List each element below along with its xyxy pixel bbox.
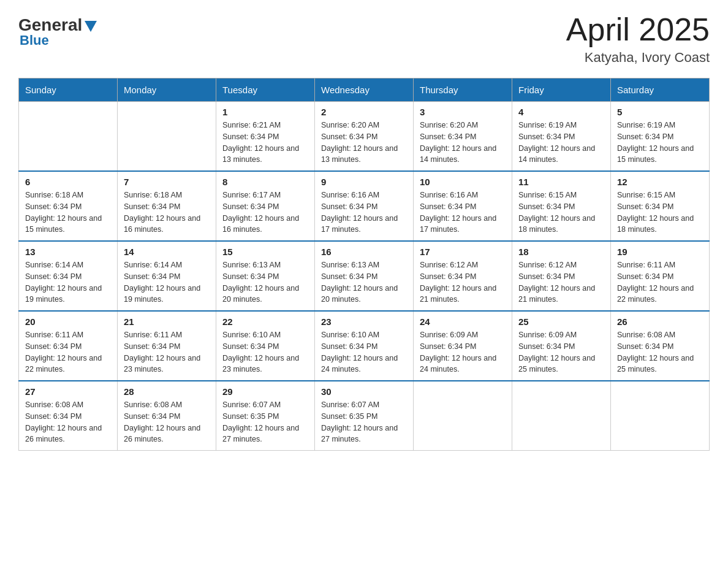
- sunset-text: Sunset: 6:34 PM: [518, 131, 604, 143]
- day-info: Sunrise: 6:13 AMSunset: 6:34 PMDaylight:…: [321, 259, 407, 305]
- calendar-cell: 10Sunrise: 6:16 AMSunset: 6:34 PMDayligh…: [414, 171, 512, 241]
- daylight-text: Daylight: 12 hours and 17 minutes.: [321, 213, 407, 236]
- sunrise-text: Sunrise: 6:19 AM: [617, 120, 703, 131]
- daylight-text: Daylight: 12 hours and 17 minutes.: [420, 213, 506, 236]
- day-number: 6: [25, 177, 111, 187]
- sunrise-text: Sunrise: 6:09 AM: [518, 329, 604, 341]
- sunset-text: Sunset: 6:34 PM: [518, 201, 604, 213]
- sunrise-text: Sunrise: 6:16 AM: [321, 190, 407, 201]
- daylight-text: Daylight: 12 hours and 25 minutes.: [518, 353, 604, 376]
- day-number: 1: [222, 107, 308, 117]
- calendar-cell: 9Sunrise: 6:16 AMSunset: 6:34 PMDaylight…: [315, 171, 414, 241]
- sunrise-text: Sunrise: 6:15 AM: [617, 190, 703, 201]
- daylight-text: Daylight: 12 hours and 18 minutes.: [617, 213, 703, 236]
- sunrise-text: Sunrise: 6:11 AM: [124, 329, 210, 341]
- calendar-cell: 14Sunrise: 6:14 AMSunset: 6:34 PMDayligh…: [118, 241, 216, 311]
- calendar-cell: 27Sunrise: 6:08 AMSunset: 6:34 PMDayligh…: [19, 381, 118, 451]
- day-number: 3: [420, 107, 506, 117]
- sunrise-text: Sunrise: 6:14 AM: [124, 259, 210, 271]
- calendar-cell: 2Sunrise: 6:20 AMSunset: 6:34 PMDaylight…: [315, 102, 414, 172]
- day-info: Sunrise: 6:11 AMSunset: 6:34 PMDaylight:…: [124, 329, 210, 375]
- day-info: Sunrise: 6:10 AMSunset: 6:34 PMDaylight:…: [222, 329, 308, 375]
- sunrise-text: Sunrise: 6:15 AM: [518, 190, 604, 201]
- sunrise-text: Sunrise: 6:07 AM: [222, 399, 308, 411]
- daylight-text: Daylight: 12 hours and 20 minutes.: [321, 283, 407, 306]
- calendar-header-row: SundayMondayTuesdayWednesdayThursdayFrid…: [19, 79, 710, 102]
- calendar-cell: 16Sunrise: 6:13 AMSunset: 6:34 PMDayligh…: [315, 241, 414, 311]
- day-info: Sunrise: 6:10 AMSunset: 6:34 PMDaylight:…: [321, 329, 407, 375]
- sunrise-text: Sunrise: 6:21 AM: [222, 120, 308, 131]
- calendar-cell: [19, 102, 118, 172]
- sunset-text: Sunset: 6:34 PM: [420, 341, 506, 353]
- sunset-text: Sunset: 6:34 PM: [518, 341, 604, 353]
- daylight-text: Daylight: 12 hours and 22 minutes.: [25, 353, 111, 376]
- calendar-table: SundayMondayTuesdayWednesdayThursdayFrid…: [18, 78, 710, 451]
- day-number: 24: [420, 316, 506, 327]
- sunset-text: Sunset: 6:34 PM: [518, 271, 604, 283]
- calendar-cell: 26Sunrise: 6:08 AMSunset: 6:34 PMDayligh…: [611, 311, 710, 381]
- calendar-cell: 12Sunrise: 6:15 AMSunset: 6:34 PMDayligh…: [611, 171, 710, 241]
- day-number: 14: [124, 247, 210, 257]
- daylight-text: Daylight: 12 hours and 14 minutes.: [420, 143, 506, 166]
- day-info: Sunrise: 6:07 AMSunset: 6:35 PMDaylight:…: [222, 399, 308, 445]
- day-header-friday: Friday: [512, 79, 611, 102]
- calendar-cell: 19Sunrise: 6:11 AMSunset: 6:34 PMDayligh…: [611, 241, 710, 311]
- sunrise-text: Sunrise: 6:18 AM: [124, 190, 210, 201]
- day-info: Sunrise: 6:08 AMSunset: 6:34 PMDaylight:…: [25, 399, 111, 445]
- daylight-text: Daylight: 12 hours and 24 minutes.: [420, 353, 506, 376]
- day-number: 2: [321, 107, 407, 117]
- calendar-cell: 15Sunrise: 6:13 AMSunset: 6:34 PMDayligh…: [216, 241, 315, 311]
- day-number: 7: [124, 177, 210, 187]
- sunrise-text: Sunrise: 6:12 AM: [518, 259, 604, 271]
- sunrise-text: Sunrise: 6:11 AM: [25, 329, 111, 341]
- sunset-text: Sunset: 6:34 PM: [617, 201, 703, 213]
- day-number: 26: [617, 316, 703, 327]
- sunrise-text: Sunrise: 6:14 AM: [25, 259, 111, 271]
- day-header-wednesday: Wednesday: [315, 79, 414, 102]
- calendar-cell: 30Sunrise: 6:07 AMSunset: 6:35 PMDayligh…: [315, 381, 414, 451]
- calendar-week-row: 27Sunrise: 6:08 AMSunset: 6:34 PMDayligh…: [19, 381, 710, 451]
- daylight-text: Daylight: 12 hours and 26 minutes.: [25, 423, 111, 446]
- day-info: Sunrise: 6:14 AMSunset: 6:34 PMDaylight:…: [25, 259, 111, 305]
- calendar-cell: 24Sunrise: 6:09 AMSunset: 6:34 PMDayligh…: [414, 311, 512, 381]
- calendar-cell: 8Sunrise: 6:17 AMSunset: 6:34 PMDaylight…: [216, 171, 315, 241]
- sunrise-text: Sunrise: 6:13 AM: [222, 259, 308, 271]
- sunset-text: Sunset: 6:34 PM: [321, 201, 407, 213]
- day-info: Sunrise: 6:21 AMSunset: 6:34 PMDaylight:…: [222, 120, 308, 166]
- day-number: 12: [617, 177, 703, 187]
- calendar-week-row: 13Sunrise: 6:14 AMSunset: 6:34 PMDayligh…: [19, 241, 710, 311]
- day-number: 25: [518, 316, 604, 327]
- day-info: Sunrise: 6:12 AMSunset: 6:34 PMDaylight:…: [420, 259, 506, 305]
- sunrise-text: Sunrise: 6:19 AM: [518, 120, 604, 131]
- day-info: Sunrise: 6:11 AMSunset: 6:34 PMDaylight:…: [617, 259, 703, 305]
- sunset-text: Sunset: 6:34 PM: [25, 341, 111, 353]
- day-number: 27: [25, 386, 111, 397]
- day-number: 23: [321, 316, 407, 327]
- daylight-text: Daylight: 12 hours and 16 minutes.: [124, 213, 210, 236]
- sunrise-text: Sunrise: 6:20 AM: [420, 120, 506, 131]
- day-header-thursday: Thursday: [414, 79, 512, 102]
- sunset-text: Sunset: 6:34 PM: [222, 201, 308, 213]
- calendar-cell: 22Sunrise: 6:10 AMSunset: 6:34 PMDayligh…: [216, 311, 315, 381]
- sunrise-text: Sunrise: 6:13 AM: [321, 259, 407, 271]
- day-number: 9: [321, 177, 407, 187]
- day-info: Sunrise: 6:11 AMSunset: 6:34 PMDaylight:…: [25, 329, 111, 375]
- daylight-text: Daylight: 12 hours and 21 minutes.: [518, 283, 604, 306]
- day-number: 13: [25, 247, 111, 257]
- sunset-text: Sunset: 6:34 PM: [321, 341, 407, 353]
- sunset-text: Sunset: 6:34 PM: [124, 201, 210, 213]
- day-info: Sunrise: 6:16 AMSunset: 6:34 PMDaylight:…: [321, 190, 407, 236]
- day-info: Sunrise: 6:15 AMSunset: 6:34 PMDaylight:…: [617, 190, 703, 236]
- day-info: Sunrise: 6:18 AMSunset: 6:34 PMDaylight:…: [124, 190, 210, 236]
- day-info: Sunrise: 6:18 AMSunset: 6:34 PMDaylight:…: [25, 190, 111, 236]
- page-header: General Blue April 2025 Katyaha, Ivory C…: [18, 12, 710, 66]
- day-info: Sunrise: 6:08 AMSunset: 6:34 PMDaylight:…: [617, 329, 703, 375]
- calendar-cell: 11Sunrise: 6:15 AMSunset: 6:34 PMDayligh…: [512, 171, 611, 241]
- day-header-saturday: Saturday: [611, 79, 710, 102]
- day-info: Sunrise: 6:12 AMSunset: 6:34 PMDaylight:…: [518, 259, 604, 305]
- day-number: 21: [124, 316, 210, 327]
- day-number: 10: [420, 177, 506, 187]
- sunset-text: Sunset: 6:34 PM: [222, 271, 308, 283]
- sunrise-text: Sunrise: 6:08 AM: [25, 399, 111, 411]
- sunset-text: Sunset: 6:35 PM: [222, 411, 308, 423]
